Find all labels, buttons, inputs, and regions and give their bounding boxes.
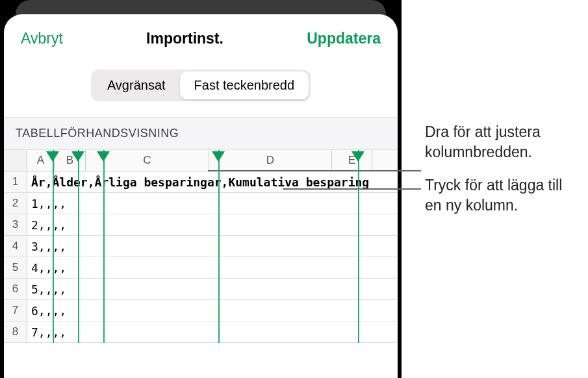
row-content: 6,,,, (27, 300, 398, 321)
row-content: 5,,,, (27, 279, 398, 299)
row-content: 3,,,, (27, 236, 398, 257)
column-divider[interactable] (218, 150, 220, 343)
table-row: 1År,Ålder,Årliga besparingar,Kumulativa … (4, 171, 398, 193)
column-drag-handle-icon[interactable] (212, 151, 225, 162)
annotation-drag: Dra för att justera kolumnbredden. (425, 122, 581, 162)
row-number: 5 (4, 257, 27, 278)
table-row: 21,,,, (4, 193, 398, 214)
row-number: 4 (4, 236, 27, 257)
import-settings-sheet: Avbryt Importinst. Uppdatera Avgränsat F… (4, 14, 398, 378)
column-drag-handle-icon[interactable] (46, 151, 59, 162)
column-divider[interactable] (78, 150, 79, 343)
row-content: 4,,,, (27, 257, 398, 278)
row-number: 8 (4, 321, 27, 342)
leader-line (283, 188, 421, 190)
row-number: 6 (4, 279, 27, 299)
row-number-header (4, 150, 27, 171)
row-number: 1 (4, 171, 27, 192)
table-row: 87,,,, (4, 321, 398, 343)
sheet-header: Avbryt Importinst. Uppdatera (4, 14, 398, 60)
column-drag-handle-icon[interactable] (352, 151, 364, 162)
segment-fixed-width[interactable]: Fast teckenbredd (180, 71, 309, 99)
row-content: 2,,,, (27, 214, 398, 235)
row-number: 2 (4, 193, 27, 214)
import-mode-segmented[interactable]: Avgränsat Fast teckenbredd (91, 69, 311, 101)
table-preview: ABCDE 1År,Ålder,Årliga besparingar,Kumul… (4, 150, 398, 343)
table-row: 43,,,, (4, 236, 398, 257)
column-header-row: ABCDE (4, 150, 398, 171)
update-button[interactable]: Uppdatera (307, 30, 381, 47)
cancel-button[interactable]: Avbryt (21, 30, 63, 47)
sheet-title: Importinst. (146, 30, 224, 47)
column-header[interactable]: D (209, 150, 332, 171)
row-content: 1,,,, (27, 193, 398, 214)
annotation-tap: Tryck för att lägga till en ny kolumn. (425, 175, 581, 216)
table-row: 54,,,, (4, 257, 398, 279)
column-divider[interactable] (358, 150, 359, 343)
table-row: 65,,,, (4, 279, 398, 300)
column-drag-handle-icon[interactable] (71, 151, 84, 162)
table-row: 32,,,, (4, 214, 398, 236)
row-number: 7 (4, 300, 27, 321)
table-preview-label: TABELLFÖRHANDSVISNING (4, 117, 398, 150)
column-divider[interactable] (53, 150, 54, 343)
table-row: 76,,,, (4, 300, 398, 321)
segment-delimited[interactable]: Avgränsat (93, 71, 180, 99)
column-drag-handle-icon[interactable] (97, 151, 110, 162)
leader-line (208, 170, 421, 171)
column-divider[interactable] (103, 150, 105, 343)
row-content: 7,,,, (27, 321, 398, 342)
row-number: 3 (4, 214, 27, 235)
